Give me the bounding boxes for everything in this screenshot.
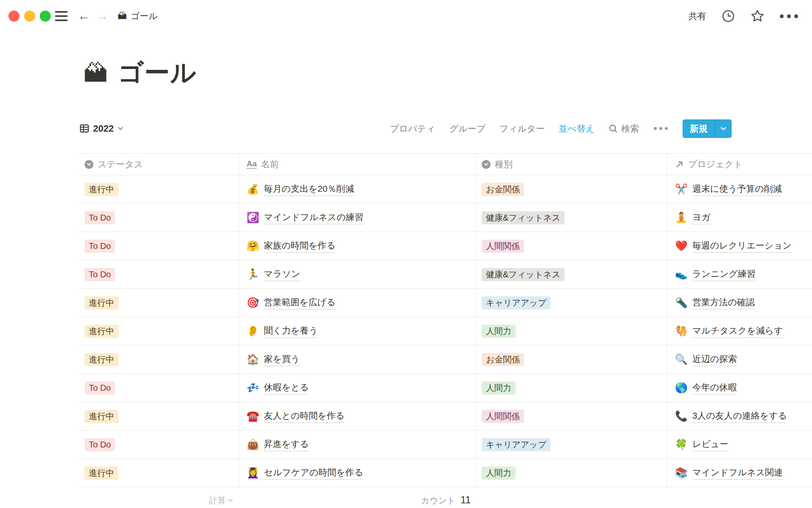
name-cell[interactable]: 🤗 家族の時間を作る bbox=[239, 232, 477, 260]
search-button[interactable]: 検索 bbox=[609, 123, 639, 135]
status-cell[interactable]: To Do bbox=[80, 431, 239, 458]
goal-page-link[interactable]: 休暇をとる bbox=[264, 381, 309, 395]
goal-page-link[interactable]: 昇進をする bbox=[264, 438, 309, 451]
name-cell[interactable]: ☎️ 友人との時間を作る bbox=[239, 402, 477, 430]
goal-page-link[interactable]: マインドフルネスの練習 bbox=[264, 211, 363, 224]
name-cell[interactable]: 🏠 家を買う bbox=[239, 345, 477, 373]
project-page-link[interactable]: マインドフルネス関連 bbox=[692, 467, 783, 480]
sidebar-toggle-icon[interactable] bbox=[55, 11, 68, 21]
project-page-link[interactable]: 営業方法の確認 bbox=[692, 296, 755, 309]
project-cell[interactable]: 🧘 ヨガ bbox=[667, 204, 812, 232]
type-cell[interactable]: 人間力 bbox=[477, 317, 667, 345]
view-name: 2022 bbox=[93, 123, 114, 134]
type-cell[interactable]: お金関係 bbox=[477, 175, 667, 203]
project-cell[interactable]: 📞 3人の友人の連絡をする bbox=[667, 402, 812, 430]
status-tag: To Do bbox=[85, 240, 115, 253]
project-cell[interactable]: 🔍 近辺の探索 bbox=[667, 345, 812, 373]
project-cell[interactable]: ✂️ 週末に使う予算の削減 bbox=[667, 175, 812, 203]
minimize-button[interactable] bbox=[24, 11, 35, 22]
status-cell[interactable]: To Do bbox=[80, 260, 239, 288]
goal-page-link[interactable]: 毎月の支出を20％削減 bbox=[264, 183, 354, 196]
project-cell[interactable]: 🐫 マルチタスクを減らす bbox=[667, 317, 812, 345]
type-cell[interactable]: 人間関係 bbox=[477, 402, 667, 430]
status-cell[interactable]: 進行中 bbox=[80, 402, 239, 430]
project-page-link[interactable]: 週末に使う予算の削減 bbox=[692, 183, 782, 196]
project-page-link[interactable]: 今年の休暇 bbox=[692, 381, 737, 395]
project-page-link[interactable]: 3人の友人の連絡をする bbox=[692, 410, 787, 423]
project-cell[interactable]: 🔦 営業方法の確認 bbox=[667, 289, 812, 317]
name-cell[interactable]: 💰 毎月の支出を20％削減 bbox=[239, 175, 477, 203]
status-cell[interactable]: To Do bbox=[80, 204, 239, 232]
project-page-link[interactable]: ヨガ bbox=[692, 211, 710, 224]
status-cell[interactable]: To Do bbox=[80, 374, 239, 402]
breadcrumb[interactable]: 🏔 ゴール bbox=[118, 10, 158, 22]
sort-button[interactable]: 並べ替え bbox=[559, 123, 595, 135]
zoom-button[interactable] bbox=[40, 11, 51, 22]
goal-page-link[interactable]: 聞く力を養う bbox=[264, 325, 318, 338]
page-title[interactable]: ゴール bbox=[118, 56, 197, 90]
project-cell[interactable]: 🍀 レビュー bbox=[667, 431, 812, 458]
project-emoji: 🔦 bbox=[675, 298, 688, 308]
goal-page-link[interactable]: 営業範囲を広げる bbox=[264, 296, 335, 309]
name-cell[interactable]: 👜 昇進をする bbox=[239, 431, 477, 458]
count-calculation[interactable]: カウント 11 bbox=[421, 494, 477, 506]
close-button[interactable] bbox=[8, 11, 19, 22]
project-page-link[interactable]: 近辺の探索 bbox=[692, 353, 737, 366]
type-cell[interactable]: キャリアアップ bbox=[477, 431, 667, 458]
type-cell[interactable]: 健康&フィットネス bbox=[477, 260, 667, 288]
type-cell[interactable]: 人間関係 bbox=[477, 232, 667, 260]
view-selector[interactable]: 2022 bbox=[80, 123, 123, 134]
properties-button[interactable]: プロパティ bbox=[390, 123, 435, 135]
name-cell[interactable]: 💤 休暇をとる bbox=[239, 374, 477, 402]
project-page-link[interactable]: レビュー bbox=[692, 438, 728, 451]
updates-clock-icon[interactable] bbox=[721, 9, 735, 23]
type-tag: 人間力 bbox=[482, 467, 516, 480]
type-cell[interactable]: 人間力 bbox=[477, 374, 667, 402]
name-cell[interactable]: ☯️ マインドフルネスの練習 bbox=[239, 204, 477, 232]
status-cell[interactable]: 進行中 bbox=[80, 289, 239, 317]
project-cell[interactable]: ❤️ 毎週のレクリエーション bbox=[667, 232, 812, 260]
status-cell[interactable]: 進行中 bbox=[80, 175, 239, 203]
column-header-name[interactable]: Aa 名前 bbox=[239, 154, 477, 175]
calculate-button[interactable]: 計算 bbox=[209, 495, 239, 506]
status-cell[interactable]: 進行中 bbox=[80, 317, 239, 345]
column-header-status[interactable]: ステータス bbox=[80, 154, 239, 175]
column-header-type[interactable]: 種別 bbox=[477, 154, 667, 175]
back-icon[interactable]: ← bbox=[78, 10, 90, 22]
project-cell[interactable]: 📚 マインドフルネス関連 bbox=[667, 459, 812, 487]
type-cell[interactable]: キャリアアップ bbox=[477, 289, 667, 317]
goal-page-link[interactable]: セルフケアの時間を作る bbox=[264, 467, 363, 480]
column-header-project[interactable]: プロジェクト bbox=[667, 154, 812, 175]
type-cell[interactable]: 健康&フィットネス bbox=[477, 204, 667, 232]
status-cell[interactable]: To Do bbox=[80, 232, 239, 260]
goal-emoji: 🏠 bbox=[247, 354, 259, 364]
name-cell[interactable]: 💆‍♀️ セルフケアの時間を作る bbox=[239, 459, 477, 487]
type-cell[interactable]: 人間力 bbox=[477, 459, 667, 487]
name-cell[interactable]: 🏃 マラソン bbox=[239, 260, 477, 288]
name-cell[interactable]: 🎯 営業範囲を広げる bbox=[239, 289, 477, 317]
new-button[interactable]: 新規 bbox=[683, 119, 715, 138]
status-cell[interactable]: 進行中 bbox=[80, 345, 239, 373]
goal-page-link[interactable]: マラソン bbox=[264, 268, 300, 281]
project-page-link[interactable]: 毎週のレクリエーション bbox=[692, 240, 792, 253]
goal-page-link[interactable]: 友人との時間を作る bbox=[264, 410, 345, 423]
view-more-options-icon[interactable] bbox=[653, 127, 669, 130]
favorite-star-icon[interactable] bbox=[750, 9, 765, 23]
share-button[interactable]: 共有 bbox=[689, 10, 706, 22]
project-cell[interactable]: 👟 ランニング練習 bbox=[667, 260, 812, 288]
project-page-link[interactable]: マルチタスクを減らす bbox=[692, 325, 783, 338]
more-options-icon[interactable] bbox=[780, 14, 798, 18]
filter-button[interactable]: フィルター bbox=[499, 123, 545, 135]
project-page-link[interactable]: ランニング練習 bbox=[692, 268, 755, 281]
new-dropdown-button[interactable] bbox=[715, 119, 732, 138]
goal-page-link[interactable]: 家族の時間を作る bbox=[264, 240, 335, 253]
name-cell[interactable]: 👂 聞く力を養う bbox=[239, 317, 477, 345]
page-emoji[interactable]: 🏔 bbox=[83, 61, 108, 86]
group-button[interactable]: グループ bbox=[450, 123, 486, 135]
forward-icon[interactable]: → bbox=[96, 10, 108, 22]
status-cell[interactable]: 進行中 bbox=[80, 459, 239, 487]
goal-page-link[interactable]: 家を買う bbox=[264, 353, 300, 366]
type-cell[interactable]: お金関係 bbox=[477, 345, 667, 373]
goals-table: ステータス Aa 名前 種別 プロジェクト 進行中 💰 毎月の支出を20％削減 bbox=[80, 153, 812, 508]
project-cell[interactable]: 🌎 今年の休暇 bbox=[667, 374, 812, 402]
